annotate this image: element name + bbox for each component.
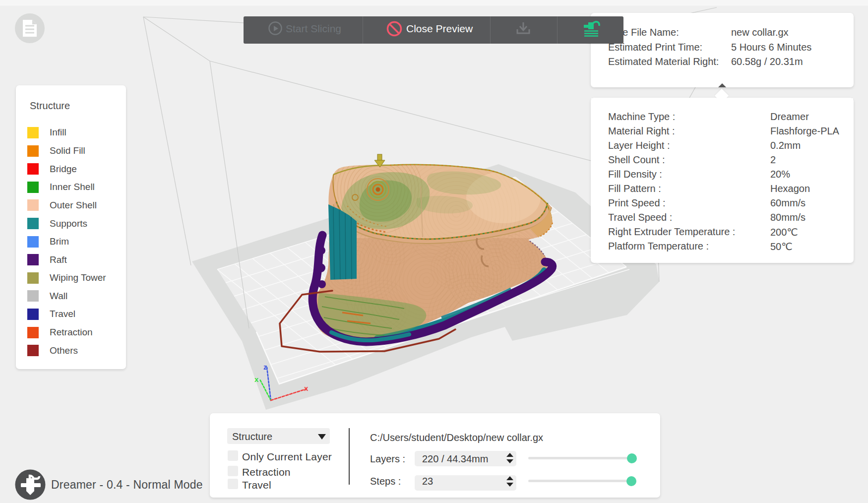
- svg-text:z: z: [263, 363, 267, 371]
- svg-text:x: x: [254, 375, 259, 383]
- svg-text:x: x: [304, 384, 309, 392]
